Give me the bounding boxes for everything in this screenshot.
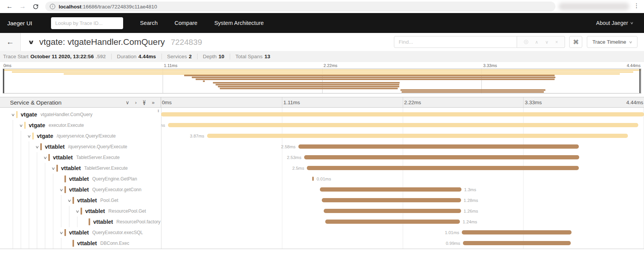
span-timeline-cell[interactable]: 2.5ms <box>161 163 644 174</box>
service-name: vttablet <box>85 208 105 214</box>
span-toggle-chevron-icon[interactable]: ∨ <box>33 145 42 149</box>
span-toggle-chevron-icon[interactable]: ∨ <box>16 123 26 128</box>
span-duration-bar[interactable] <box>312 177 314 181</box>
span-toggle-chevron-icon[interactable]: ∨ <box>41 156 50 160</box>
meta-label: Trace Start <box>3 54 28 59</box>
span-name-cell[interactable]: ∨vttabletResourcePool.Get <box>0 206 161 216</box>
nav-item-system-architecture[interactable]: System Architecture <box>214 20 264 26</box>
span-name-cell[interactable]: vttabletQueryEngine.GetPlan <box>0 174 161 184</box>
service-name: vtgate <box>37 133 53 139</box>
span-duration-bar[interactable] <box>324 209 461 213</box>
span-toggle-chevron-icon[interactable]: ∨ <box>57 188 66 192</box>
span-timeline-cell[interactable]: 3.87ms <box>161 131 644 141</box>
collapse-one-icon[interactable]: ∨ <box>125 101 129 104</box>
expand-all-icon[interactable]: » <box>152 101 155 104</box>
browser-back-icon[interactable]: ← <box>5 2 15 11</box>
span-row: vttabletDBConn.Exec0.99ms <box>0 238 644 249</box>
span-name-cell[interactable]: ∨vttabletQueryExecutor.getConn <box>0 184 161 195</box>
span-timeline-cell[interactable]: 1.26ms <box>161 206 644 216</box>
back-button[interactable]: ← <box>0 33 21 51</box>
find-controls-group: ∧ ∨ × <box>517 36 565 48</box>
meta-label: Duration <box>117 54 137 59</box>
span-timeline-cell[interactable]: 1.3ms <box>161 184 644 195</box>
find-input[interactable] <box>394 36 517 48</box>
keyboard-shortcuts-button[interactable]: ⌘ <box>569 36 582 48</box>
trace-minimap[interactable] <box>3 69 641 93</box>
gap <box>0 93 644 97</box>
trace-view-selector[interactable]: Trace Timeline ∨ <box>587 36 637 48</box>
tick-label: 1.11ms <box>164 63 177 68</box>
span-timeline-cell[interactable]: 2.58ms <box>161 141 644 152</box>
span-name-cell[interactable]: vttabletResourcePool.factory <box>0 216 161 227</box>
span-name-cell[interactable]: ∨vttablet/queryservice.Query/Execute <box>0 141 161 152</box>
span-timeline-cell[interactable]: 0.99ms <box>161 238 644 249</box>
service-color-indicator <box>89 218 90 225</box>
service-name: vttablet <box>69 229 89 236</box>
span-duration-bar[interactable] <box>161 112 644 116</box>
collapse-header-chevron-icon[interactable]: ∨ <box>28 39 35 46</box>
span-timeline-cell[interactable]: 1.01ms <box>161 227 644 238</box>
site-info-icon[interactable]: i <box>50 4 55 9</box>
nav-item-search[interactable]: Search <box>140 20 158 26</box>
span-row: ∨vtgatevtgateHandler.ComQuery <box>0 109 644 120</box>
jaeger-ui-brand[interactable]: Jaeger UI <box>7 20 32 26</box>
browser-menu-icon[interactable]: ⋮ <box>634 2 639 9</box>
span-duration-bar[interactable] <box>207 134 628 138</box>
span-duration-bar[interactable] <box>320 187 461 192</box>
span-duration-bar[interactable] <box>325 220 460 224</box>
span-duration-bar[interactable] <box>322 198 461 202</box>
span-timeline-cell[interactable]: 1.28ms <box>161 195 644 206</box>
address-bar[interactable]: i localhost:16686/trace/7224839c11ae4810 <box>45 2 555 11</box>
span-toggle-chevron-icon[interactable]: ∨ <box>73 209 82 213</box>
about-jaeger-menu[interactable]: About Jaeger ∨ <box>596 20 633 26</box>
span-duration-bar[interactable] <box>462 230 572 234</box>
span-toggle-chevron-icon[interactable]: ∨ <box>57 231 66 235</box>
span-timeline-cell[interactable]: 2.53ms <box>161 152 644 163</box>
browser-reload-icon[interactable] <box>31 2 41 11</box>
span-name-cell[interactable]: ∨vtgate/queryservice.Query/Execute <box>0 131 161 141</box>
trace-lookup-input[interactable] <box>51 17 123 29</box>
span-toggle-chevron-icon[interactable]: ∨ <box>25 134 34 138</box>
span-row: ∨vtgate/queryservice.Query/Execute3.87ms <box>0 131 644 141</box>
tick-label: 2.22ms <box>404 100 421 105</box>
trace-id-short: 7224839 <box>171 38 202 46</box>
clear-find-icon[interactable]: × <box>555 39 558 45</box>
browser-forward-icon[interactable]: → <box>18 2 28 11</box>
span-duration-bar[interactable] <box>298 144 579 149</box>
timeline-ticks-header: 0ms1.11ms2.22ms3.33ms4.44ms <box>161 97 644 107</box>
find-next-icon[interactable]: ∨ <box>545 39 548 45</box>
span-timeline-cell[interactable] <box>161 109 644 120</box>
minimap-right-handle[interactable] <box>639 69 641 93</box>
span-duration-bar[interactable] <box>463 241 571 245</box>
span-duration-label: 1.01ms <box>445 230 460 235</box>
span-row: vttabletQueryEngine.GetPlan0.01ms <box>0 174 644 184</box>
tree-guide-line <box>53 216 53 227</box>
tree-guide-line <box>29 238 29 249</box>
nav-item-compare[interactable]: Compare <box>175 20 198 26</box>
span-duration-bar[interactable] <box>304 155 580 159</box>
span-toggle-chevron-icon[interactable]: ∨ <box>8 113 18 117</box>
span-name-cell[interactable]: ∨vttabletPool.Get <box>0 195 161 206</box>
span-duration-bar[interactable] <box>307 166 579 170</box>
find-prev-icon[interactable]: ∧ <box>535 39 539 45</box>
span-name-cell[interactable]: ∨vtgateexecutor.Execute <box>0 120 161 131</box>
span-toggle-chevron-icon[interactable]: ∨ <box>65 198 74 203</box>
span-timeline-cell[interactable]: 0.01ms <box>161 174 644 184</box>
span-name-cell[interactable]: ∨vttabletTabletServer.Execute <box>0 163 161 174</box>
span-timeline-cell[interactable]: 1.24ms <box>161 216 644 227</box>
span-name-cell[interactable]: ∨vtgatevtgateHandler.ComQuery <box>0 109 161 120</box>
span-name-cell[interactable]: vttabletDBConn.Exec <box>0 238 161 249</box>
minimap-left-handle[interactable] <box>3 69 4 93</box>
minimap-span-bar <box>184 75 555 76</box>
expand-one-icon[interactable]: › <box>135 101 137 104</box>
meta-value: October 11 2020, 13:22:56 <box>30 54 94 59</box>
span-timeline-cell[interactable]: ms <box>161 120 644 131</box>
tree-guide-line <box>37 206 37 216</box>
span-duration-bar[interactable] <box>168 123 638 127</box>
span-name-cell[interactable]: ∨vttabletQueryExecutor.execSQL <box>0 227 161 238</box>
focus-span-icon[interactable] <box>524 40 528 44</box>
minimap-span-bar <box>196 79 555 80</box>
collapse-all-icon[interactable]: ∨∨ <box>142 100 146 105</box>
span-name-cell[interactable]: ∨vttabletTabletServer.Execute <box>0 152 161 163</box>
span-toggle-chevron-icon[interactable]: ∨ <box>49 166 58 170</box>
